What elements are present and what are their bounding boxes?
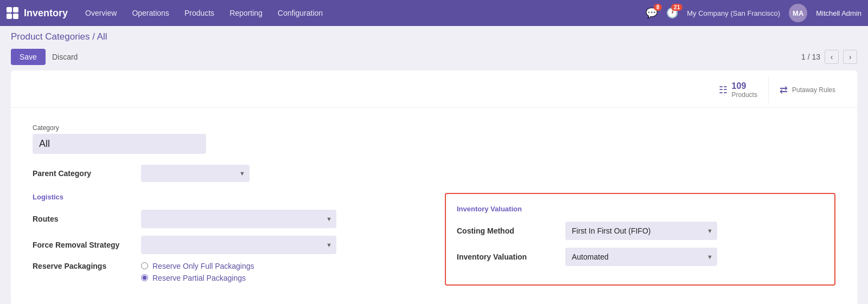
inventory-valuation-section: Inventory Valuation Costing Method Stand… xyxy=(445,193,835,290)
user-avatar[interactable]: MA xyxy=(789,4,807,22)
pagination-prev-button[interactable]: ‹ xyxy=(825,50,839,64)
logistics-section: Logistics Routes ▼ xyxy=(33,193,423,290)
force-removal-select[interactable] xyxy=(141,236,336,254)
breadcrumb[interactable]: Product Categories / All xyxy=(11,31,107,42)
shuffle-icon: ⇄ xyxy=(780,84,788,96)
radio-partial-packagings-label: Reserve Partial Packagings xyxy=(152,274,246,282)
reserve-packagings-label: Reserve Packagings xyxy=(33,262,141,270)
grid-list-icon: ☷ xyxy=(719,84,727,96)
menu-products[interactable]: Products xyxy=(178,5,221,21)
form-body: Category Parent Category ▼ xyxy=(11,108,857,304)
menu-operations[interactable]: Operations xyxy=(125,5,175,21)
costing-method-label: Costing Method xyxy=(457,227,565,235)
force-removal-label: Force Removal Strategy xyxy=(33,241,141,249)
pagination-next-button[interactable]: › xyxy=(843,50,857,64)
routes-field-row: Routes ▼ xyxy=(33,210,423,228)
category-field-group: Category xyxy=(33,124,835,154)
pagination-text: 1 / 13 xyxy=(801,53,820,61)
menu-overview[interactable]: Overview xyxy=(79,5,123,21)
logistics-section-title: Logistics xyxy=(33,193,423,201)
products-stat-button[interactable]: ☷ 109 Products xyxy=(708,77,769,103)
category-label: Category xyxy=(33,124,835,132)
parent-category-field-group: Parent Category ▼ xyxy=(33,165,835,182)
app-logo[interactable]: Inventory xyxy=(7,7,68,19)
company-name: My Company (San Francisco) xyxy=(687,9,780,17)
app-name: Inventory xyxy=(24,8,68,19)
inventory-valuation-field-row: Inventory Valuation Manual Automated ▼ xyxy=(457,248,824,266)
products-label: Products xyxy=(732,91,757,99)
discard-button[interactable]: Discard xyxy=(46,49,84,65)
inventory-valuation-box: Inventory Valuation Costing Method Stand… xyxy=(445,193,835,286)
menu-reporting[interactable]: Reporting xyxy=(223,5,269,21)
radio-partial-packagings[interactable]: Reserve Partial Packagings xyxy=(141,274,423,282)
parent-category-select[interactable] xyxy=(141,165,250,182)
breadcrumb-bar: Product Categories / All xyxy=(0,26,868,46)
inventory-valuation-select[interactable]: Manual Automated xyxy=(565,248,717,266)
costing-method-field-row: Costing Method Standard Price Average Co… xyxy=(457,222,824,240)
force-removal-field-row: Force Removal Strategy ▼ xyxy=(33,236,423,254)
radio-full-packagings-input[interactable] xyxy=(141,262,148,269)
toolbar: Save Discard 1 / 13 ‹ › xyxy=(0,46,868,70)
inventory-valuation-title: Inventory Valuation xyxy=(457,205,824,213)
parent-category-label: Parent Category xyxy=(33,169,141,178)
topnav-right: 💬8 🕐21 My Company (San Francisco) MA Mit… xyxy=(646,4,861,22)
inventory-valuation-label: Inventory Valuation xyxy=(457,253,565,261)
reserve-packagings-field-row: Reserve Packagings Reserve Only Full Pac… xyxy=(33,262,423,282)
top-navigation: Inventory Overview Operations Products R… xyxy=(0,0,868,26)
radio-partial-packagings-input[interactable] xyxy=(141,274,148,281)
putaway-rules-label: Putaway Rules xyxy=(792,86,835,94)
costing-method-select[interactable]: Standard Price Average Cost (AVCO) First… xyxy=(565,222,717,240)
main-content: ☷ 109 Products ⇄ Putaway Rules Category xyxy=(0,70,868,304)
radio-full-packagings[interactable]: Reserve Only Full Packagings xyxy=(141,262,423,270)
form-card: ☷ 109 Products ⇄ Putaway Rules Category xyxy=(11,70,857,304)
reserve-packagings-radio-group: Reserve Only Full Packagings Reserve Par… xyxy=(141,262,423,282)
menu-configuration[interactable]: Configuration xyxy=(271,5,329,21)
stat-buttons-bar: ☷ 109 Products ⇄ Putaway Rules xyxy=(11,70,857,108)
form-columns: Logistics Routes ▼ xyxy=(33,193,835,290)
products-count: 109 xyxy=(732,81,746,91)
pagination: 1 / 13 ‹ › xyxy=(801,50,857,64)
message-notification-button[interactable]: 💬8 xyxy=(646,7,658,19)
activity-badge: 21 xyxy=(671,4,682,11)
user-name: Mitchell Admin xyxy=(816,9,861,17)
radio-full-packagings-label: Reserve Only Full Packagings xyxy=(152,262,254,270)
message-badge: 8 xyxy=(654,4,662,11)
putaway-rules-stat-button[interactable]: ⇄ Putaway Rules xyxy=(769,77,846,103)
top-menu: Overview Operations Products Reporting C… xyxy=(79,5,635,21)
activity-notification-button[interactable]: 🕐21 xyxy=(666,7,678,19)
save-button[interactable]: Save xyxy=(11,49,46,65)
apps-grid-icon[interactable] xyxy=(7,7,18,19)
category-input[interactable] xyxy=(33,134,206,154)
routes-select[interactable] xyxy=(141,210,336,228)
routes-label: Routes xyxy=(33,215,141,223)
